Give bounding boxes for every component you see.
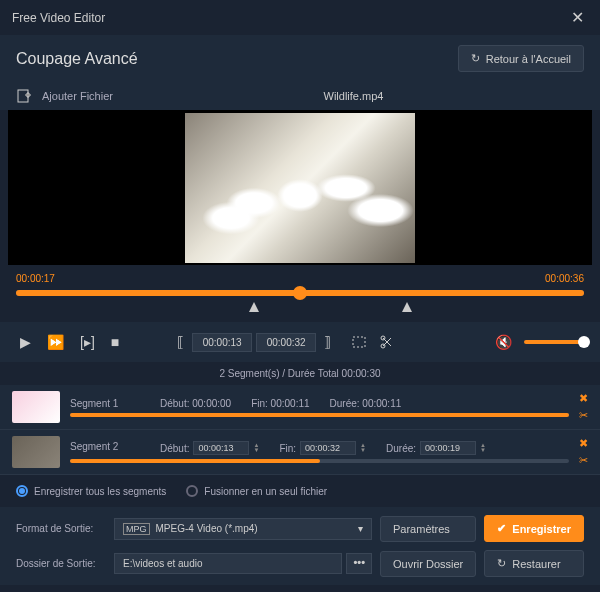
refresh-icon: ↻ — [471, 52, 480, 65]
timeline-track[interactable] — [16, 290, 584, 296]
timeline-start: 00:00:17 — [16, 273, 55, 284]
cut-segment-icon[interactable]: ✂ — [579, 454, 588, 467]
segments-summary: 2 Segment(s) / Durée Total 00:00:30 — [0, 362, 600, 385]
restore-label: Restaurer — [512, 558, 560, 570]
add-file-icon[interactable] — [16, 88, 32, 104]
fast-forward-button[interactable]: ⏩ — [43, 330, 68, 354]
params-button[interactable]: Paramètres — [380, 516, 476, 542]
playhead[interactable] — [293, 286, 307, 300]
open-folder-button[interactable]: Ouvrir Dossier — [380, 551, 476, 577]
segment-time-input[interactable] — [300, 441, 356, 455]
add-file-label[interactable]: Ajouter Fichier — [42, 90, 113, 102]
format-label: Format de Sortie: — [16, 523, 106, 534]
volume-icon[interactable]: 🔇 — [491, 330, 516, 354]
restore-button[interactable]: ↻ Restaurer — [484, 550, 584, 577]
spinner[interactable]: ▲▼ — [253, 443, 259, 453]
step-button[interactable]: [▸] — [76, 330, 99, 354]
close-icon[interactable]: ✕ — [567, 8, 588, 27]
chevron-down-icon: ▾ — [358, 523, 363, 534]
segment-name: Segment 2 — [70, 441, 140, 455]
segment-thumbnail[interactable] — [12, 391, 60, 423]
spinner[interactable]: ▲▼ — [480, 443, 486, 453]
segment-time-input[interactable] — [420, 441, 476, 455]
segment-row: Segment 2 Début: ▲▼ Fin: ▲▼ Durée: ▲▼ ✖ … — [0, 430, 600, 475]
spinner[interactable]: ▲▼ — [360, 443, 366, 453]
back-home-label: Retour à l'Accueil — [486, 53, 571, 65]
trim-out-marker[interactable] — [402, 302, 412, 312]
delete-segment-icon[interactable]: ✖ — [579, 437, 588, 450]
volume-slider[interactable] — [524, 340, 584, 344]
segment-track[interactable] — [70, 413, 569, 417]
delete-segment-icon[interactable]: ✖ — [579, 392, 588, 405]
folder-input[interactable]: E:\videos et audio — [114, 553, 342, 574]
save-button[interactable]: ✔ Enregistrer — [484, 515, 584, 542]
trim-out-input[interactable] — [256, 333, 316, 352]
svg-rect-1 — [353, 337, 365, 347]
back-home-button[interactable]: ↻ Retour à l'Accueil — [458, 45, 584, 72]
save-all-radio[interactable]: Enregistrer tous les segments — [16, 485, 166, 497]
segment-name: Segment 1 — [70, 398, 140, 409]
preview-frame — [185, 113, 415, 263]
play-button[interactable]: ▶ — [16, 330, 35, 354]
page-title: Coupage Avancé — [16, 50, 138, 68]
segment-track[interactable] — [70, 459, 569, 463]
save-all-label: Enregistrer tous les segments — [34, 486, 166, 497]
segment-thumbnail[interactable] — [12, 436, 60, 468]
format-icon: MPG — [123, 523, 150, 535]
check-icon: ✔ — [497, 522, 506, 535]
current-filename: Wildlife.mp4 — [123, 90, 584, 102]
merge-radio[interactable]: Fusionner en un seul fichier — [186, 485, 327, 497]
folder-value: E:\videos et audio — [123, 558, 203, 569]
trim-in-marker[interactable] — [249, 302, 259, 312]
trim-in-input[interactable] — [192, 333, 252, 352]
format-value: MPEG-4 Video (*.mp4) — [156, 523, 258, 534]
app-title: Free Video Editor — [12, 11, 105, 25]
split-button[interactable] — [347, 330, 371, 354]
browse-button[interactable]: ••• — [346, 553, 372, 574]
format-select[interactable]: MPG MPEG-4 Video (*.mp4) ▾ — [114, 518, 372, 540]
save-label: Enregistrer — [512, 523, 571, 535]
set-in-button[interactable]: ⟦ — [173, 330, 188, 354]
timeline-end: 00:00:36 — [545, 273, 584, 284]
merge-label: Fusionner en un seul fichier — [204, 486, 327, 497]
video-preview[interactable] — [8, 110, 592, 265]
folder-label: Dossier de Sortie: — [16, 558, 106, 569]
segment-row: Segment 1 Début: 00:00:00 Fin: 00:00:11 … — [0, 385, 600, 430]
stop-button[interactable]: ■ — [107, 330, 123, 354]
set-out-button[interactable]: ⟧ — [320, 330, 335, 354]
cut-segment-icon[interactable]: ✂ — [579, 409, 588, 422]
cut-button[interactable] — [375, 330, 399, 354]
restore-icon: ↻ — [497, 557, 506, 570]
segment-time-input[interactable] — [193, 441, 249, 455]
